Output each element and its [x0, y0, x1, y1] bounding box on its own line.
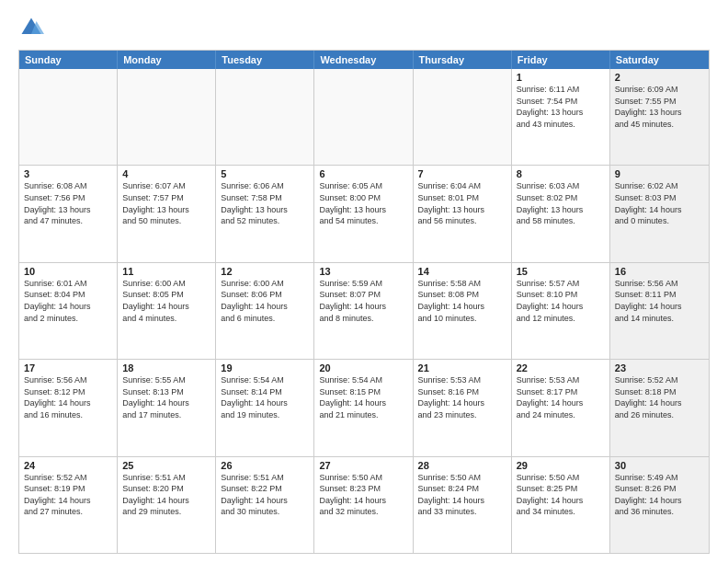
- day-number: 26: [221, 460, 309, 471]
- day-number: 28: [418, 460, 506, 471]
- day-cell-27: 27Sunrise: 5:50 AMSunset: 8:23 PMDayligh…: [314, 457, 413, 553]
- day-cell-18: 18Sunrise: 5:55 AMSunset: 8:13 PMDayligh…: [118, 360, 216, 455]
- day-number: 5: [221, 168, 309, 179]
- day-number: 16: [615, 266, 704, 277]
- day-info: Sunrise: 5:50 AMSunset: 8:25 PMDaylight:…: [517, 472, 605, 518]
- day-info: Sunrise: 5:59 AMSunset: 8:07 PMDaylight:…: [319, 278, 407, 324]
- day-info: Sunrise: 5:53 AMSunset: 8:17 PMDaylight:…: [517, 374, 605, 420]
- day-info: Sunrise: 5:53 AMSunset: 8:16 PMDaylight:…: [418, 374, 506, 420]
- day-number: 8: [517, 168, 605, 179]
- header-day-saturday: Saturday: [610, 51, 709, 69]
- calendar-header: SundayMondayTuesdayWednesdayThursdayFrid…: [19, 51, 709, 69]
- logo-icon: [18, 15, 44, 40]
- day-cell-3: 3Sunrise: 6:08 AMSunset: 7:56 PMDaylight…: [19, 166, 118, 261]
- day-number: 27: [319, 460, 407, 471]
- day-cell-23: 23Sunrise: 5:52 AMSunset: 8:18 PMDayligh…: [610, 360, 709, 455]
- day-cell-25: 25Sunrise: 5:51 AMSunset: 8:20 PMDayligh…: [118, 457, 216, 553]
- day-cell-10: 10Sunrise: 6:01 AMSunset: 8:04 PMDayligh…: [19, 263, 118, 359]
- day-info: Sunrise: 6:07 AMSunset: 7:57 PMDaylight:…: [122, 180, 210, 226]
- empty-cell-w0c0: [19, 69, 118, 165]
- week-row-3: 10Sunrise: 6:01 AMSunset: 8:04 PMDayligh…: [19, 263, 709, 360]
- day-number: 30: [615, 460, 704, 471]
- day-cell-17: 17Sunrise: 5:56 AMSunset: 8:12 PMDayligh…: [19, 360, 118, 455]
- day-info: Sunrise: 5:56 AMSunset: 8:11 PMDaylight:…: [615, 278, 704, 324]
- day-info: Sunrise: 6:05 AMSunset: 8:00 PMDaylight:…: [319, 180, 407, 226]
- day-cell-24: 24Sunrise: 5:52 AMSunset: 8:19 PMDayligh…: [19, 457, 118, 553]
- day-info: Sunrise: 5:50 AMSunset: 8:24 PMDaylight:…: [418, 472, 506, 518]
- header-day-sunday: Sunday: [19, 51, 118, 69]
- day-cell-12: 12Sunrise: 6:00 AMSunset: 8:06 PMDayligh…: [216, 263, 314, 359]
- week-row-2: 3Sunrise: 6:08 AMSunset: 7:56 PMDaylight…: [19, 166, 709, 262]
- day-number: 9: [615, 168, 704, 179]
- header-day-wednesday: Wednesday: [314, 51, 413, 69]
- day-cell-6: 6Sunrise: 6:05 AMSunset: 8:00 PMDaylight…: [314, 166, 413, 261]
- day-cell-15: 15Sunrise: 5:57 AMSunset: 8:10 PMDayligh…: [512, 263, 610, 359]
- day-cell-2: 2Sunrise: 6:09 AMSunset: 7:55 PMDaylight…: [610, 69, 709, 165]
- day-cell-5: 5Sunrise: 6:06 AMSunset: 7:58 PMDaylight…: [216, 166, 314, 261]
- day-cell-28: 28Sunrise: 5:50 AMSunset: 8:24 PMDayligh…: [414, 457, 512, 553]
- empty-cell-w0c4: [414, 69, 512, 165]
- week-row-5: 24Sunrise: 5:52 AMSunset: 8:19 PMDayligh…: [19, 457, 709, 553]
- logo: [18, 15, 48, 40]
- empty-cell-w0c2: [216, 69, 314, 165]
- day-info: Sunrise: 5:51 AMSunset: 8:22 PMDaylight:…: [221, 472, 309, 518]
- day-cell-4: 4Sunrise: 6:07 AMSunset: 7:57 PMDaylight…: [118, 166, 216, 261]
- day-info: Sunrise: 5:52 AMSunset: 8:18 PMDaylight:…: [615, 374, 704, 420]
- day-info: Sunrise: 6:00 AMSunset: 8:06 PMDaylight:…: [221, 278, 309, 324]
- day-cell-8: 8Sunrise: 6:03 AMSunset: 8:02 PMDaylight…: [512, 166, 610, 261]
- calendar-body: 1Sunrise: 6:11 AMSunset: 7:54 PMDaylight…: [19, 69, 709, 553]
- day-info: Sunrise: 6:00 AMSunset: 8:05 PMDaylight:…: [122, 278, 210, 324]
- calendar: SundayMondayTuesdayWednesdayThursdayFrid…: [18, 50, 710, 554]
- day-cell-16: 16Sunrise: 5:56 AMSunset: 8:11 PMDayligh…: [610, 263, 709, 359]
- day-number: 2: [615, 72, 704, 83]
- day-info: Sunrise: 6:01 AMSunset: 8:04 PMDaylight:…: [24, 278, 112, 324]
- day-number: 29: [517, 460, 605, 471]
- day-cell-11: 11Sunrise: 6:00 AMSunset: 8:05 PMDayligh…: [118, 263, 216, 359]
- day-info: Sunrise: 5:49 AMSunset: 8:26 PMDaylight:…: [615, 472, 704, 518]
- day-info: Sunrise: 6:11 AMSunset: 7:54 PMDaylight:…: [517, 84, 605, 130]
- day-number: 4: [122, 168, 210, 179]
- day-info: Sunrise: 5:51 AMSunset: 8:20 PMDaylight:…: [122, 472, 210, 518]
- week-row-1: 1Sunrise: 6:11 AMSunset: 7:54 PMDaylight…: [19, 69, 709, 166]
- day-number: 6: [319, 168, 407, 179]
- day-cell-20: 20Sunrise: 5:54 AMSunset: 8:15 PMDayligh…: [314, 360, 413, 455]
- day-cell-13: 13Sunrise: 5:59 AMSunset: 8:07 PMDayligh…: [314, 263, 413, 359]
- day-number: 13: [319, 266, 407, 277]
- day-info: Sunrise: 5:54 AMSunset: 8:15 PMDaylight:…: [319, 374, 407, 420]
- empty-cell-w0c1: [118, 69, 216, 165]
- day-number: 20: [319, 362, 407, 373]
- header-day-friday: Friday: [512, 51, 610, 69]
- day-info: Sunrise: 6:06 AMSunset: 7:58 PMDaylight:…: [221, 180, 309, 226]
- day-number: 22: [517, 362, 605, 373]
- day-number: 1: [517, 72, 605, 83]
- day-cell-9: 9Sunrise: 6:02 AMSunset: 8:03 PMDaylight…: [610, 166, 709, 261]
- day-number: 7: [418, 168, 506, 179]
- empty-cell-w0c3: [314, 69, 413, 165]
- day-cell-19: 19Sunrise: 5:54 AMSunset: 8:14 PMDayligh…: [216, 360, 314, 455]
- day-cell-1: 1Sunrise: 6:11 AMSunset: 7:54 PMDaylight…: [512, 69, 610, 165]
- day-cell-26: 26Sunrise: 5:51 AMSunset: 8:22 PMDayligh…: [216, 457, 314, 553]
- day-cell-21: 21Sunrise: 5:53 AMSunset: 8:16 PMDayligh…: [414, 360, 512, 455]
- day-number: 12: [221, 266, 309, 277]
- day-cell-29: 29Sunrise: 5:50 AMSunset: 8:25 PMDayligh…: [512, 457, 610, 553]
- day-number: 15: [517, 266, 605, 277]
- day-number: 3: [24, 168, 112, 179]
- day-info: Sunrise: 6:02 AMSunset: 8:03 PMDaylight:…: [615, 180, 704, 226]
- day-number: 21: [418, 362, 506, 373]
- day-cell-30: 30Sunrise: 5:49 AMSunset: 8:26 PMDayligh…: [610, 457, 709, 553]
- day-number: 23: [615, 362, 704, 373]
- day-cell-7: 7Sunrise: 6:04 AMSunset: 8:01 PMDaylight…: [414, 166, 512, 261]
- day-info: Sunrise: 6:08 AMSunset: 7:56 PMDaylight:…: [24, 180, 112, 226]
- day-info: Sunrise: 5:52 AMSunset: 8:19 PMDaylight:…: [24, 472, 112, 518]
- day-info: Sunrise: 5:54 AMSunset: 8:14 PMDaylight:…: [221, 374, 309, 420]
- day-number: 17: [24, 362, 112, 373]
- day-number: 18: [122, 362, 210, 373]
- day-number: 11: [122, 266, 210, 277]
- day-info: Sunrise: 6:04 AMSunset: 8:01 PMDaylight:…: [418, 180, 506, 226]
- header: [18, 15, 710, 40]
- page: SundayMondayTuesdayWednesdayThursdayFrid…: [0, 0, 728, 563]
- header-day-tuesday: Tuesday: [216, 51, 314, 69]
- day-cell-14: 14Sunrise: 5:58 AMSunset: 8:08 PMDayligh…: [414, 263, 512, 359]
- day-info: Sunrise: 5:57 AMSunset: 8:10 PMDaylight:…: [517, 278, 605, 324]
- header-day-thursday: Thursday: [414, 51, 512, 69]
